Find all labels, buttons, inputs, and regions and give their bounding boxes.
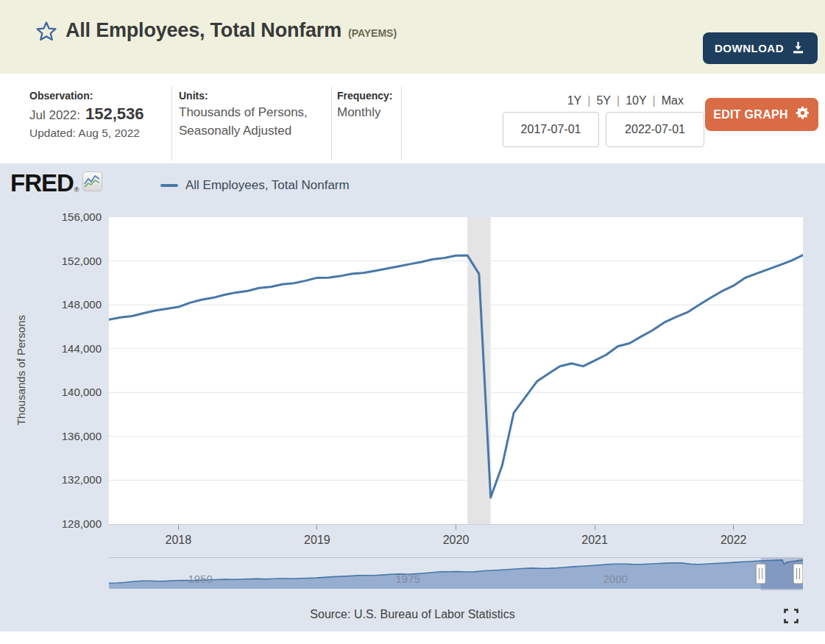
navigator-area-chart: 195019752000 bbox=[109, 558, 803, 590]
download-button-label: DOWNLOAD bbox=[715, 42, 784, 54]
fred-logo-text: FRED bbox=[10, 171, 74, 195]
y-tick-label: 140,000 bbox=[22, 386, 102, 399]
x-axis-tick-labels: 20182019202020212022 bbox=[109, 524, 803, 553]
series-meta-bar: Observation: Jul 2022: 152,536 Updated: … bbox=[0, 74, 825, 163]
y-tick-label: 152,000 bbox=[22, 255, 102, 268]
observation-value: 152,536 bbox=[85, 105, 144, 124]
x-tick-mark bbox=[316, 525, 317, 530]
y-tick-label: 144,000 bbox=[22, 342, 102, 355]
start-date-input[interactable] bbox=[503, 112, 599, 147]
download-button[interactable]: DOWNLOAD bbox=[703, 32, 818, 64]
frequency-label: Frequency: bbox=[337, 90, 392, 102]
gear-icon bbox=[795, 105, 810, 124]
series-id-label: (PAYEMS) bbox=[348, 27, 397, 39]
download-icon bbox=[790, 40, 806, 57]
fred-series-page: All Employees, Total Nonfarm (PAYEMS) DO… bbox=[0, 0, 825, 644]
divider bbox=[171, 87, 172, 160]
fred-logo-chart-icon bbox=[82, 171, 102, 194]
units-value-line2: Seasonally Adjusted bbox=[179, 124, 291, 138]
observation-label: Observation: bbox=[29, 90, 93, 102]
navigator-handle[interactable] bbox=[793, 564, 803, 584]
y-tick-label: 132,000 bbox=[22, 473, 102, 486]
legend-label: All Employees, Total Nonfarm bbox=[185, 178, 350, 193]
series-line bbox=[109, 255, 803, 498]
navigator-year-label: 2000 bbox=[603, 573, 628, 585]
y-tick-label: 136,000 bbox=[22, 430, 102, 443]
x-tick-label: 2018 bbox=[156, 534, 200, 547]
preset-separator: | bbox=[653, 94, 656, 107]
legend-line-swatch bbox=[160, 184, 178, 187]
x-tick-mark bbox=[733, 525, 734, 530]
range-navigator[interactable]: 195019752000 bbox=[109, 557, 803, 590]
page-title: All Employees, Total Nonfarm bbox=[65, 19, 341, 42]
y-tick-label: 128,000 bbox=[22, 517, 102, 531]
divider bbox=[401, 87, 402, 160]
preset-separator: | bbox=[617, 94, 620, 107]
x-tick-label: 2021 bbox=[573, 534, 617, 547]
source-label: Source: U.S. Bureau of Labor Statistics bbox=[0, 608, 825, 621]
units-label: Units: bbox=[179, 90, 208, 102]
x-tick-mark bbox=[595, 525, 595, 530]
y-tick-label: 148,000 bbox=[22, 298, 102, 311]
x-tick-mark bbox=[178, 525, 179, 530]
y-axis-tick-labels: 156,000152,000148,000144,000140,000136,0… bbox=[22, 217, 102, 524]
range-presets: 1Y | 5Y | 10Y | Max bbox=[567, 94, 684, 107]
observation-row: Jul 2022: 152,536 bbox=[29, 105, 144, 124]
x-tick-label: 2022 bbox=[712, 534, 756, 547]
range-preset-max[interactable]: Max bbox=[662, 94, 684, 107]
recession-band bbox=[467, 217, 490, 524]
x-tick-label: 2020 bbox=[434, 534, 478, 547]
title-row: All Employees, Total Nonfarm (PAYEMS) bbox=[65, 19, 397, 42]
x-tick-label: 2019 bbox=[295, 534, 339, 547]
graph-section: FRED ® All Employees, Total Nonfarm bbox=[0, 163, 825, 631]
range-preset-5y[interactable]: 5Y bbox=[596, 94, 611, 107]
updated-label: Updated: Aug 5, 2022 bbox=[29, 127, 140, 140]
navigator-year-label: 1950 bbox=[188, 573, 212, 585]
favorite-star-icon[interactable] bbox=[35, 20, 58, 43]
registered-mark: ® bbox=[74, 186, 79, 194]
frequency-value: Monthly bbox=[337, 105, 381, 120]
observation-date: Jul 2022: bbox=[29, 108, 80, 123]
main-line-chart bbox=[109, 217, 803, 524]
navigator-year-label: 1975 bbox=[396, 573, 420, 585]
navigator-handle[interactable] bbox=[756, 564, 765, 584]
fullscreen-button[interactable] bbox=[782, 607, 800, 625]
preset-separator: | bbox=[587, 94, 590, 107]
fred-logo[interactable]: FRED ® bbox=[10, 171, 102, 195]
page-header: All Employees, Total Nonfarm (PAYEMS) DO… bbox=[0, 0, 825, 74]
range-preset-10y[interactable]: 10Y bbox=[626, 94, 646, 107]
end-date-input[interactable] bbox=[606, 112, 704, 147]
x-tick-mark bbox=[456, 525, 456, 530]
series-legend: All Employees, Total Nonfarm bbox=[160, 178, 350, 193]
y-tick-label: 156,000 bbox=[22, 210, 102, 224]
plot-area[interactable] bbox=[109, 217, 803, 524]
units-value-line1: Thousands of Persons, bbox=[179, 105, 308, 120]
divider bbox=[331, 87, 332, 160]
edit-graph-button-label: EDIT GRAPH bbox=[713, 108, 788, 121]
range-preset-1y[interactable]: 1Y bbox=[567, 94, 582, 107]
edit-graph-button[interactable]: EDIT GRAPH bbox=[705, 98, 818, 131]
